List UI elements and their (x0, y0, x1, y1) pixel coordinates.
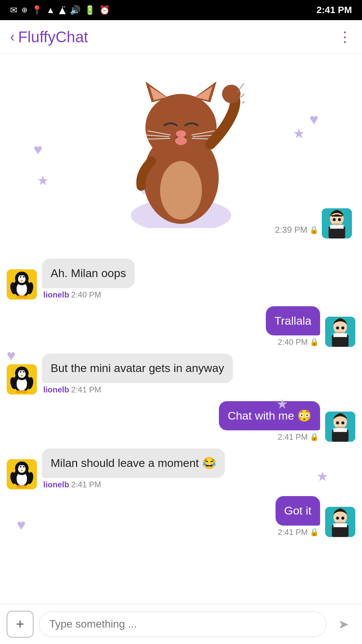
svg-point-3 (145, 94, 217, 161)
mail-icon: ✉ (10, 5, 17, 15)
svg-point-83 (16, 485, 22, 488)
svg-rect-28 (333, 223, 341, 225)
message-input[interactable] (39, 611, 326, 637)
bubble-wrap-3: But the mini avatar gets in anyway lione… (42, 354, 233, 394)
bubble-wrap-1: Ah. Milan oops lionelb 2:40 PM (42, 259, 135, 300)
svg-rect-68 (337, 427, 344, 428)
svg-point-26 (333, 218, 336, 221)
cat-sticker (117, 60, 245, 228)
outgoing-avatar-sticker (322, 208, 352, 238)
outgoing-avatar-4 (325, 412, 355, 442)
sticker-message: ♥ ♥ ★ ★ (7, 60, 355, 235)
svg-point-87 (336, 517, 339, 520)
lock-icon: ⊕ (21, 6, 27, 14)
message-meta-2: 2:40 PM 🔒 (278, 337, 319, 347)
bubble-wrap-4: Chat with me 😳 2:41 PM 🔒 (219, 401, 320, 442)
message-bubble-2: Trallala (266, 306, 320, 336)
star-decor-5: ★ (316, 469, 328, 484)
bubble-wrap-6: Got it 2:41 PM 🔒 (276, 496, 320, 537)
status-bar: ✉ ⊕ 📍 ▲ ▲̈ 🔊 🔋 ⏰ 2:41 PM (0, 0, 362, 20)
msg6-lock: 🔒 (310, 528, 319, 537)
svg-point-78 (20, 466, 21, 468)
svg-point-8 (176, 130, 186, 137)
svg-rect-91 (334, 523, 347, 527)
header-left: ‹ FluffyChat (10, 28, 88, 46)
heart-decor-2: ♥ (309, 111, 318, 128)
incoming-avatar-3 (7, 364, 37, 394)
svg-point-62 (16, 390, 22, 393)
message-bubble-4: Chat with me 😳 (219, 401, 320, 431)
svg-line-17 (238, 84, 244, 92)
svg-rect-49 (334, 333, 347, 337)
back-button[interactable]: ‹ (10, 30, 15, 44)
svg-point-16 (222, 85, 241, 103)
message-bubble-3: But the mini avatar gets in anyway (42, 354, 233, 383)
outgoing-avatar-6 (325, 507, 355, 537)
location-icon: 📍 (32, 5, 42, 15)
svg-rect-25 (331, 215, 343, 216)
msg2-lock: 🔒 (310, 338, 319, 346)
incoming-avatar-5 (7, 459, 37, 489)
heart-decor-6: ♥ (17, 516, 26, 534)
add-attachment-button[interactable]: + (7, 611, 34, 638)
svg-point-2 (160, 161, 202, 220)
bubble-wrap-5: Milan should leave a moment 😂 lionelb 2:… (42, 448, 225, 489)
menu-button[interactable]: ⋮ (338, 29, 352, 45)
msg4-lock: 🔒 (310, 433, 319, 441)
wifi-icon: ▲̈ (59, 5, 66, 15)
message-meta-5: lionelb 2:41 PM (43, 480, 225, 489)
message-meta-3: lionelb 2:41 PM (43, 385, 233, 394)
svg-rect-47 (337, 332, 344, 333)
svg-point-88 (341, 517, 344, 520)
svg-point-36 (20, 276, 21, 278)
svg-point-66 (336, 422, 339, 425)
heart-decor-1: ♥ (34, 141, 43, 158)
message-meta-1: lionelb 2:40 PM (43, 290, 135, 300)
svg-point-41 (16, 295, 22, 298)
message-row-4: ★ Chat with me 😳 2:41 PM 🔒 (7, 401, 355, 442)
svg-line-19 (242, 99, 245, 103)
alarm-icon: ⏰ (99, 5, 110, 15)
message-bubble-1: Ah. Milan oops (42, 259, 135, 288)
message-meta-4: 2:41 PM 🔒 (278, 432, 319, 442)
sticker-timestamp: 2:39 PM (275, 225, 307, 235)
message-row-6: ♥ Got it 2:41 PM 🔒 (7, 496, 355, 537)
heart-decor-3: ♥ (7, 347, 16, 364)
svg-point-84 (21, 485, 27, 488)
svg-point-42 (21, 295, 27, 298)
svg-point-46 (341, 326, 344, 329)
input-bar: + ➤ (0, 604, 362, 644)
volume-icon: 🔊 (70, 5, 80, 15)
sticker-lock: 🔒 (309, 226, 318, 234)
svg-point-45 (336, 326, 339, 329)
svg-point-27 (338, 218, 341, 221)
incoming-avatar-1 (7, 269, 37, 300)
svg-point-37 (23, 276, 24, 278)
send-button[interactable]: ➤ (332, 612, 355, 636)
svg-point-67 (341, 422, 344, 425)
svg-line-18 (241, 91, 245, 97)
outgoing-avatar-2 (325, 317, 355, 347)
svg-rect-70 (334, 428, 347, 432)
svg-point-63 (21, 390, 27, 393)
svg-point-79 (23, 466, 24, 468)
status-icons: ✉ ⊕ 📍 ▲ ▲̈ 🔊 🔋 ⏰ (10, 5, 110, 15)
message-row-1: Ah. Milan oops lionelb 2:40 PM (7, 259, 355, 300)
app-header: ‹ FluffyChat ⋮ (0, 20, 362, 54)
svg-rect-89 (337, 522, 344, 524)
message-bubble-5: Milan should leave a moment 😂 (42, 448, 225, 478)
signal-icon: ▲ (46, 5, 55, 15)
star-decor-2: ★ (293, 126, 305, 141)
app-title: FluffyChat (18, 28, 88, 46)
message-row-3: ♥ But the mini avatar gets in (7, 354, 355, 394)
svg-point-57 (20, 371, 21, 373)
chat-area: ♥ ♥ ★ ★ (0, 54, 362, 604)
bubble-wrap-2: Trallala 2:40 PM 🔒 (266, 306, 320, 347)
star-decor-1: ★ (37, 173, 49, 188)
svg-point-58 (23, 371, 24, 373)
message-bubble-6: Got it (276, 496, 320, 526)
battery-icon: 🔋 (84, 5, 95, 15)
message-row-2: Trallala 2:40 PM 🔒 (7, 306, 355, 347)
message-meta-6: 2:41 PM 🔒 (278, 528, 319, 537)
message-row-5: ★ Milan should leave a moment (7, 448, 355, 489)
